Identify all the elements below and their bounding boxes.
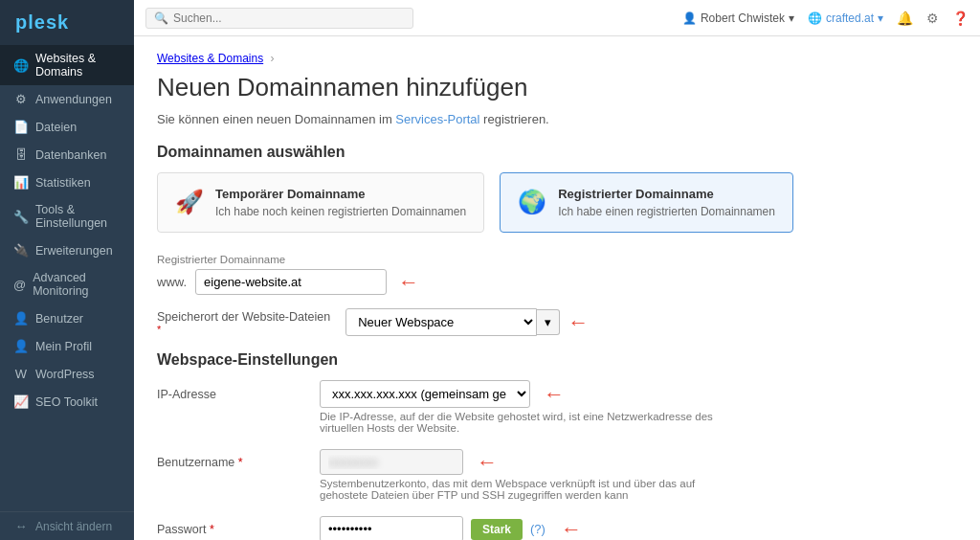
password-help-icon[interactable]: (?) xyxy=(530,522,546,536)
registered-icon: 🌍 xyxy=(518,189,546,215)
sidebar-label: Websites & Domains xyxy=(35,52,121,79)
sidebar-item-tools[interactable]: 🔧 Tools & Einstellungen xyxy=(0,196,134,236)
chevron-down-icon: ▾ xyxy=(878,11,883,25)
breadcrumb-separator: › xyxy=(271,52,275,65)
sidebar-item-statistiken[interactable]: 📊 Statistiken xyxy=(0,169,134,196)
sidebar: plesk 🌐 Websites & Domains ⚙ Anwendungen… xyxy=(0,0,134,540)
sidebar-label: Erweiterungen xyxy=(35,244,113,258)
intro-text: Sie können einen neuen Domainnamen im Se… xyxy=(157,112,957,126)
sidebar-label: Anwendungen xyxy=(35,93,112,106)
www-prefix: www. xyxy=(157,275,187,289)
storage-label: Speicherort der Website-Dateien xyxy=(157,310,330,324)
card-title-temp: Temporärer Domainname xyxy=(215,187,466,201)
sidebar-item-datenbanken[interactable]: 🗄 Datenbanken xyxy=(0,141,134,169)
username-input[interactable] xyxy=(320,449,463,475)
page-title: Neuen Domainnamen hinzufügen xyxy=(157,73,957,102)
domain-input[interactable] xyxy=(195,269,387,295)
sidebar-label: Advanced Monitoring xyxy=(33,271,121,298)
required-marker: * xyxy=(157,324,330,335)
ip-label: IP-Adresse xyxy=(157,388,310,401)
username-help-text: Systembenutzerkonto, das mit dem Webspac… xyxy=(320,478,722,501)
password-label: Passwort * xyxy=(157,523,310,536)
seo-icon: 📈 xyxy=(13,394,29,409)
sidebar-item-mein-profil[interactable]: 👤 Mein Profil xyxy=(0,332,134,360)
sidebar-label: Mein Profil xyxy=(35,340,92,353)
topbar-right: 👤 Robert Chwistek ▾ 🌐 crafted.at ▾ 🔔 ⚙ ❓ xyxy=(682,11,969,26)
password-input[interactable] xyxy=(320,516,463,540)
sidebar-label: SEO Toolkit xyxy=(35,395,98,409)
sidebar-label: Datenbanken xyxy=(35,148,106,162)
wordpress-icon: W xyxy=(13,367,29,381)
services-portal-link[interactable]: Services-Portal xyxy=(395,112,479,126)
arrow-storage: ← xyxy=(568,312,589,333)
site-info[interactable]: 🌐 crafted.at ▾ xyxy=(808,11,883,25)
search-icon: 🔍 xyxy=(154,11,168,25)
arrow-ip: ← xyxy=(544,384,565,405)
view-icon: ↔ xyxy=(13,519,29,533)
sidebar-item-wordpress[interactable]: W WordPress xyxy=(0,360,134,388)
ip-select[interactable]: xxx.xxx.xxx.xxx (gemeinsam genutzt) xyxy=(320,380,530,408)
strength-badge: Stark xyxy=(471,519,523,540)
sidebar-item-benutzer[interactable]: 👤 Benutzer xyxy=(0,304,134,332)
user-info[interactable]: 👤 Robert Chwistek ▾ xyxy=(682,11,794,25)
sidebar-label: Statistiken xyxy=(35,176,91,190)
tools-icon: 🔧 xyxy=(13,210,29,224)
domain-card-registered[interactable]: 🌍 Registrierter Domainname Ich habe eine… xyxy=(500,172,793,233)
password-field-group: Passwort * Stark (?) ← Generieren Anzeig… xyxy=(157,516,957,540)
storage-select[interactable]: Neuer Webspace xyxy=(345,308,537,336)
sidebar-item-ansicht[interactable]: ↔ Ansicht ändern xyxy=(0,512,134,540)
monitoring-icon: @ xyxy=(13,278,26,292)
user-icon: 👤 xyxy=(682,11,697,25)
domain-card-temp[interactable]: 🚀 Temporärer Domainname Ich habe noch ke… xyxy=(157,172,484,233)
help-icon[interactable]: ❓ xyxy=(952,11,969,26)
breadcrumb-link[interactable]: Websites & Domains xyxy=(157,52,263,65)
sidebar-item-websites-domains[interactable]: 🌐 Websites & Domains xyxy=(0,45,134,85)
stats-icon: 📊 xyxy=(13,175,29,190)
users-icon: 👤 xyxy=(13,311,29,326)
ip-help-text: Die IP-Adresse, auf der die Website geho… xyxy=(320,411,722,434)
sidebar-item-anwendungen[interactable]: ⚙ Anwendungen xyxy=(0,85,134,113)
chevron-down-icon: ▾ xyxy=(789,11,794,25)
main-area: 🔍 👤 Robert Chwistek ▾ 🌐 crafted.at ▾ 🔔 ⚙… xyxy=(134,0,980,540)
card-desc-registered: Ich habe einen registrierten Domainnamen xyxy=(558,205,775,218)
ip-field-group: IP-Adresse xxx.xxx.xxx.xxx (gemeinsam ge… xyxy=(157,380,957,434)
domain-section-title: Domainnamen auswählen xyxy=(157,144,957,161)
arrow-password: ← xyxy=(561,519,582,540)
site-icon: 🌐 xyxy=(808,11,822,25)
username-field-group: Benutzername * ← Systembenutzerkonto, da… xyxy=(157,449,957,501)
extensions-icon: 🔌 xyxy=(13,243,29,258)
settings-icon[interactable]: ⚙ xyxy=(926,11,939,26)
sidebar-label: Benutzer xyxy=(35,312,83,326)
sidebar-item-erweiterungen[interactable]: 🔌 Erweiterungen xyxy=(0,236,134,264)
arrow-domain: ← xyxy=(398,272,419,293)
card-title-registered: Registrierter Domainname xyxy=(558,187,775,201)
domain-cards: 🚀 Temporärer Domainname Ich habe noch ke… xyxy=(157,172,957,233)
sidebar-item-seo-toolkit[interactable]: 📈 SEO Toolkit xyxy=(0,388,134,416)
profile-icon: 👤 xyxy=(13,339,29,353)
registered-domain-label: Registrierter Domainname xyxy=(157,254,957,265)
site-name: crafted.at xyxy=(826,11,874,25)
sidebar-label: WordPress xyxy=(35,368,95,381)
sidebar-label: Ansicht ändern xyxy=(35,520,112,533)
files-icon: 📄 xyxy=(13,120,29,134)
app-logo: plesk xyxy=(0,0,134,45)
sidebar-item-dateien[interactable]: 📄 Dateien xyxy=(0,113,134,141)
search-input[interactable] xyxy=(173,11,365,25)
sidebar-label: Tools & Einstellungen xyxy=(35,203,121,230)
sidebar-label: Dateien xyxy=(35,121,77,134)
notifications-icon[interactable]: 🔔 xyxy=(897,11,913,26)
apps-icon: ⚙ xyxy=(13,92,29,106)
sidebar-item-advanced-monitoring[interactable]: @ Advanced Monitoring xyxy=(0,264,134,304)
storage-select-btn[interactable]: ▾ xyxy=(537,309,560,335)
content-area: Websites & Domains › Neuen Domainnamen h… xyxy=(134,36,980,540)
rocket-icon: 🚀 xyxy=(175,189,204,215)
webspace-section-title: Webspace-Einstellungen xyxy=(157,351,957,369)
breadcrumb: Websites & Domains › xyxy=(157,52,957,65)
db-icon: 🗄 xyxy=(13,147,29,162)
arrow-username: ← xyxy=(477,452,498,473)
globe-icon: 🌐 xyxy=(13,58,29,73)
topbar: 🔍 👤 Robert Chwistek ▾ 🌐 crafted.at ▾ 🔔 ⚙… xyxy=(134,0,980,36)
username-label: Benutzername * xyxy=(157,456,310,469)
card-desc-temp: Ich habe noch keinen registrierten Domai… xyxy=(215,205,466,218)
search-wrapper[interactable]: 🔍 xyxy=(145,8,413,29)
